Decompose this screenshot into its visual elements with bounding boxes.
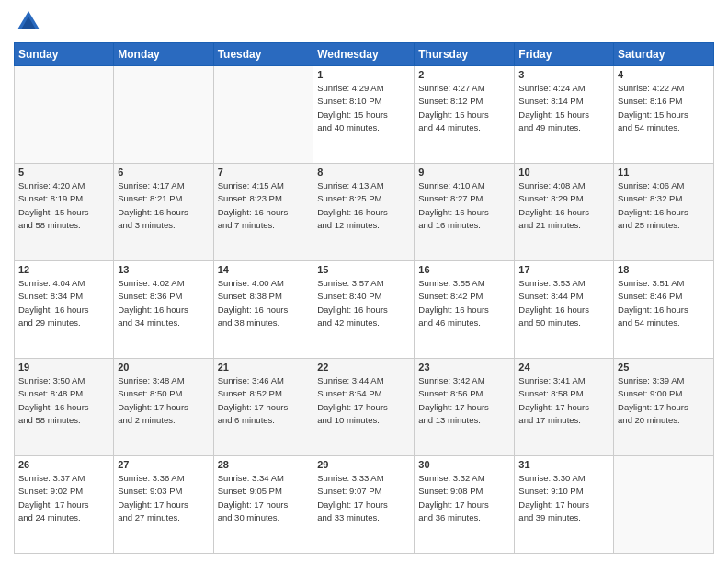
week-row-1: 5Sunrise: 4:20 AMSunset: 8:19 PMDaylight… (15, 164, 714, 261)
calendar-cell: 13Sunrise: 4:02 AMSunset: 8:36 PMDayligh… (114, 261, 213, 359)
info-line: Daylight: 16 hours (218, 206, 310, 219)
info-line: Sunset: 8:19 PM (18, 192, 109, 205)
info-line: and 21 minutes. (518, 219, 609, 232)
calendar-cell: 14Sunrise: 4:00 AMSunset: 8:38 PMDayligh… (213, 261, 313, 359)
day-number: 29 (317, 459, 410, 470)
day-number: 17 (518, 264, 609, 275)
logo-icon (16, 9, 41, 35)
info-line: and 39 minutes. (518, 511, 609, 524)
info-line: Daylight: 16 hours (118, 304, 209, 316)
info-line: Daylight: 17 hours (18, 499, 109, 511)
info-line: and 6 minutes. (218, 414, 310, 427)
info-line: Sunset: 9:00 PM (618, 387, 710, 400)
info-line: and 10 minutes. (317, 414, 410, 427)
info-line: Daylight: 16 hours (518, 206, 609, 219)
day-of-week-sunday: Sunday (15, 43, 114, 66)
calendar-cell: 31Sunrise: 3:30 AMSunset: 9:10 PMDayligh… (515, 456, 614, 554)
calendar-cell: 11Sunrise: 4:06 AMSunset: 8:32 PMDayligh… (614, 164, 714, 261)
day-info: Sunrise: 4:22 AMSunset: 8:16 PMDaylight:… (618, 82, 710, 134)
info-line: Sunset: 8:10 PM (317, 95, 410, 108)
calendar-cell: 30Sunrise: 3:32 AMSunset: 9:08 PMDayligh… (415, 456, 515, 554)
day-number: 1 (317, 69, 410, 80)
day-number: 13 (118, 264, 209, 275)
info-line: and 50 minutes. (518, 316, 609, 329)
info-line: Daylight: 16 hours (18, 401, 109, 414)
info-line: Sunset: 8:38 PM (218, 290, 310, 303)
info-line: Sunset: 8:50 PM (118, 387, 209, 400)
info-line: Daylight: 16 hours (618, 304, 710, 316)
day-number: 26 (18, 459, 109, 470)
info-line: Daylight: 17 hours (317, 401, 410, 414)
info-line: Sunrise: 3:41 AM (518, 374, 609, 387)
info-line: and 44 minutes. (418, 121, 510, 134)
day-number: 27 (118, 459, 209, 470)
info-line: Sunset: 9:08 PM (418, 485, 510, 498)
day-number: 2 (418, 69, 510, 80)
calendar-cell: 8Sunrise: 4:13 AMSunset: 8:25 PMDaylight… (313, 164, 415, 261)
info-line: Sunset: 8:44 PM (518, 290, 609, 303)
calendar-cell (213, 66, 313, 164)
calendar-cell: 9Sunrise: 4:10 AMSunset: 8:27 PMDaylight… (415, 164, 515, 261)
day-info: Sunrise: 3:33 AMSunset: 9:07 PMDaylight:… (317, 472, 410, 524)
day-info: Sunrise: 4:02 AMSunset: 8:36 PMDaylight:… (118, 277, 209, 329)
info-line: Sunrise: 3:34 AM (218, 472, 310, 485)
calendar-cell: 1Sunrise: 4:29 AMSunset: 8:10 PMDaylight… (313, 66, 415, 164)
info-line: Sunset: 9:05 PM (218, 485, 310, 498)
info-line: and 46 minutes. (418, 316, 510, 329)
info-line: Sunset: 8:46 PM (618, 290, 710, 303)
info-line: Sunset: 8:58 PM (518, 387, 609, 400)
day-info: Sunrise: 4:15 AMSunset: 8:23 PMDaylight:… (218, 179, 310, 232)
info-line: and 2 minutes. (118, 414, 209, 427)
info-line: Sunrise: 3:36 AM (118, 472, 209, 485)
info-line: Daylight: 17 hours (418, 401, 510, 414)
info-line: Daylight: 16 hours (218, 304, 310, 316)
day-number: 22 (317, 362, 410, 373)
day-info: Sunrise: 4:00 AMSunset: 8:38 PMDaylight:… (218, 277, 310, 329)
days-of-week-row: SundayMondayTuesdayWednesdayThursdayFrid… (15, 43, 714, 66)
day-info: Sunrise: 3:50 AMSunset: 8:48 PMDaylight:… (18, 374, 109, 427)
info-line: and 54 minutes. (618, 316, 710, 329)
info-line: Sunrise: 4:08 AM (518, 179, 609, 192)
info-line: Sunset: 9:10 PM (518, 485, 609, 498)
info-line: Daylight: 16 hours (618, 206, 710, 219)
page: SundayMondayTuesdayWednesdayThursdayFrid… (0, 0, 728, 563)
info-line: Sunset: 8:36 PM (118, 290, 209, 303)
day-info: Sunrise: 3:53 AMSunset: 8:44 PMDaylight:… (518, 277, 609, 329)
info-line: Sunrise: 4:17 AM (118, 179, 209, 192)
calendar-cell: 12Sunrise: 4:04 AMSunset: 8:34 PMDayligh… (15, 261, 114, 359)
calendar-cell: 24Sunrise: 3:41 AMSunset: 8:58 PMDayligh… (515, 359, 614, 456)
info-line: Sunrise: 4:02 AM (118, 277, 209, 290)
day-info: Sunrise: 3:34 AMSunset: 9:05 PMDaylight:… (218, 472, 310, 524)
info-line: Sunrise: 4:06 AM (618, 179, 710, 192)
calendar-cell: 16Sunrise: 3:55 AMSunset: 8:42 PMDayligh… (415, 261, 515, 359)
calendar-cell: 19Sunrise: 3:50 AMSunset: 8:48 PMDayligh… (15, 359, 114, 456)
calendar-cell (114, 66, 213, 164)
info-line: and 58 minutes. (18, 414, 109, 427)
day-info: Sunrise: 4:20 AMSunset: 8:19 PMDaylight:… (18, 179, 109, 232)
week-row-0: 1Sunrise: 4:29 AMSunset: 8:10 PMDaylight… (15, 66, 714, 164)
info-line: Sunset: 8:29 PM (518, 192, 609, 205)
info-line: Sunset: 9:03 PM (118, 485, 209, 498)
calendar-cell: 17Sunrise: 3:53 AMSunset: 8:44 PMDayligh… (515, 261, 614, 359)
info-line: Sunset: 9:02 PM (18, 485, 109, 498)
info-line: Sunrise: 4:24 AM (518, 82, 609, 95)
info-line: and 54 minutes. (618, 121, 710, 134)
info-line: Daylight: 16 hours (18, 304, 109, 316)
day-info: Sunrise: 4:06 AMSunset: 8:32 PMDaylight:… (618, 179, 710, 232)
info-line: Daylight: 16 hours (418, 206, 510, 219)
day-number: 4 (618, 69, 710, 80)
day-info: Sunrise: 4:29 AMSunset: 8:10 PMDaylight:… (317, 82, 410, 134)
info-line: Daylight: 17 hours (518, 401, 609, 414)
info-line: Sunrise: 3:57 AM (317, 277, 410, 290)
day-number: 30 (418, 459, 510, 470)
info-line: and 13 minutes. (418, 414, 510, 427)
day-info: Sunrise: 4:27 AMSunset: 8:12 PMDaylight:… (418, 82, 510, 134)
info-line: Sunrise: 4:20 AM (18, 179, 109, 192)
calendar-header: SundayMondayTuesdayWednesdayThursdayFrid… (15, 43, 714, 66)
info-line: Sunrise: 4:04 AM (18, 277, 109, 290)
info-line: and 24 minutes. (18, 511, 109, 524)
day-info: Sunrise: 3:48 AMSunset: 8:50 PMDaylight:… (118, 374, 209, 427)
info-line: and 49 minutes. (518, 121, 609, 134)
day-info: Sunrise: 3:51 AMSunset: 8:46 PMDaylight:… (618, 277, 710, 329)
day-info: Sunrise: 4:13 AMSunset: 8:25 PMDaylight:… (317, 179, 410, 232)
